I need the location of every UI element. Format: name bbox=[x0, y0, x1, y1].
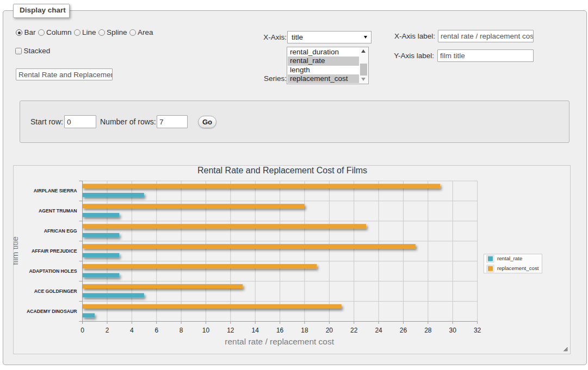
svg-text:24: 24 bbox=[375, 327, 382, 334]
svg-text:6: 6 bbox=[154, 327, 158, 334]
svg-text:8: 8 bbox=[180, 327, 183, 334]
svg-text:32: 32 bbox=[474, 327, 481, 334]
svg-text:12: 12 bbox=[227, 327, 234, 334]
svg-text:14: 14 bbox=[252, 327, 259, 334]
svg-text:ACADEMY DINOSAUR: ACADEMY DINOSAUR bbox=[27, 309, 77, 314]
svg-text:ACE GOLDFINGER: ACE GOLDFINGER bbox=[34, 289, 77, 294]
svg-text:26: 26 bbox=[400, 327, 407, 334]
svg-text:16: 16 bbox=[276, 327, 284, 334]
svg-text:rental rate / replacement cost: rental rate / replacement cost bbox=[225, 337, 334, 346]
svg-text:rental_rate: rental_rate bbox=[497, 255, 522, 261]
svg-text:4: 4 bbox=[130, 327, 134, 334]
svg-text:20: 20 bbox=[326, 327, 333, 334]
svg-text:AGENT TRUMAN: AGENT TRUMAN bbox=[39, 208, 77, 214]
svg-text:replacement_cost: replacement_cost bbox=[497, 265, 539, 271]
svg-text:Rental Rate and Replacement Co: Rental Rate and Replacement Cost of Film… bbox=[197, 166, 367, 175]
svg-text:10: 10 bbox=[202, 327, 210, 334]
svg-text:ADAPTATION HOLES: ADAPTATION HOLES bbox=[29, 268, 77, 274]
svg-text:AIRPLANE SIERRA: AIRPLANE SIERRA bbox=[34, 188, 77, 193]
svg-text:film title: film title bbox=[14, 236, 20, 265]
svg-text:AFFAIR PREJUDICE: AFFAIR PREJUDICE bbox=[32, 248, 77, 254]
svg-text:22: 22 bbox=[350, 327, 358, 334]
svg-text:0: 0 bbox=[81, 327, 84, 334]
svg-text:18: 18 bbox=[301, 327, 308, 334]
svg-text:30: 30 bbox=[449, 327, 457, 334]
svg-text:AFRICAN EGG: AFRICAN EGG bbox=[44, 228, 77, 234]
svg-text:2: 2 bbox=[106, 327, 109, 334]
svg-text:28: 28 bbox=[424, 327, 432, 334]
